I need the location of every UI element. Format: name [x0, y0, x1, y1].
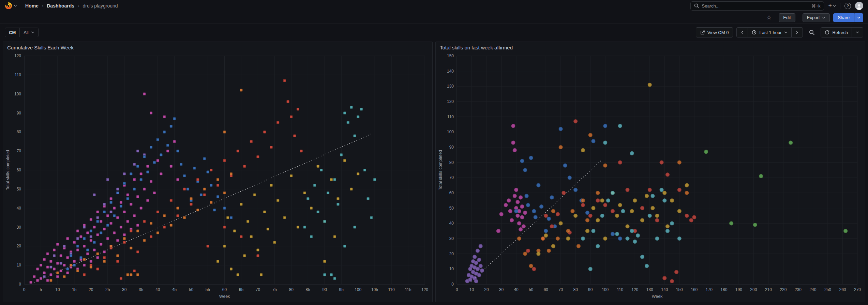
svg-text:30: 30: [122, 287, 127, 292]
view-cm-label: View CM 0: [707, 30, 729, 35]
svg-text:140: 140: [447, 69, 454, 74]
org-switcher[interactable]: [5, 2, 17, 10]
svg-text:85: 85: [306, 287, 311, 292]
svg-text:30: 30: [449, 236, 454, 241]
svg-text:70: 70: [17, 149, 21, 153]
breadcrumb-current: dru's playground: [83, 3, 118, 9]
svg-text:230: 230: [795, 287, 802, 292]
chevron-down-icon: [833, 4, 836, 7]
export-button[interactable]: Export: [803, 13, 830, 22]
chevron-down-icon: [822, 16, 825, 19]
add-button[interactable]: +: [828, 3, 836, 9]
refresh-group: Refresh: [821, 27, 863, 37]
dashboard-toolbar: CM All View CM 0 Last 1 hour: [0, 24, 868, 41]
variable-value-label: All: [24, 30, 28, 35]
plus-icon: +: [828, 3, 832, 9]
variable-control-cm: CM All: [5, 28, 39, 37]
zoom-out-icon: [809, 30, 814, 35]
time-range-button[interactable]: Last 1 hour: [748, 28, 791, 37]
svg-text:10: 10: [55, 287, 60, 292]
refresh-interval-button[interactable]: [852, 28, 863, 37]
export-button-label: Export: [807, 15, 820, 20]
svg-text:180: 180: [720, 287, 727, 292]
svg-text:105: 105: [371, 287, 378, 292]
svg-text:Week: Week: [219, 294, 230, 299]
help-button[interactable]: ?: [844, 3, 851, 9]
svg-text:30: 30: [499, 287, 504, 292]
share-button[interactable]: Share: [833, 13, 854, 22]
svg-text:40: 40: [17, 206, 21, 211]
scatter-chart-affirmed[interactable]: 0102030405060708090100110120130140150160…: [437, 51, 864, 302]
svg-text:60: 60: [17, 168, 21, 172]
chevron-down-icon: [784, 31, 788, 34]
svg-text:Week: Week: [652, 294, 663, 299]
panel-title[interactable]: Cumulative Skills Each Week: [3, 42, 432, 51]
breadcrumb-home[interactable]: Home: [25, 3, 39, 9]
svg-text:80: 80: [17, 129, 21, 134]
svg-text:110: 110: [15, 73, 21, 77]
svg-text:60: 60: [543, 287, 548, 292]
clock-icon: [752, 30, 757, 35]
edit-button[interactable]: Edit: [779, 13, 795, 22]
star-button[interactable]: ☆: [766, 14, 772, 21]
time-shift-forward-button[interactable]: [791, 28, 803, 37]
svg-text:220: 220: [780, 287, 787, 292]
chevron-right-icon: [795, 31, 799, 34]
svg-text:20: 20: [484, 287, 489, 292]
actions-divider: [775, 15, 775, 21]
svg-text:5: 5: [40, 287, 42, 292]
svg-text:40: 40: [155, 287, 160, 292]
svg-text:80: 80: [449, 160, 454, 165]
svg-text:20: 20: [449, 251, 454, 256]
svg-text:40: 40: [449, 221, 454, 226]
svg-text:50: 50: [449, 206, 454, 211]
svg-text:20: 20: [89, 287, 93, 292]
svg-text:70: 70: [256, 287, 260, 292]
time-range-label: Last 1 hour: [759, 30, 781, 35]
search-box[interactable]: ⌘+k: [690, 1, 824, 11]
top-nav: Home › Dashboards › dru's playground ⌘+k…: [0, 0, 868, 12]
svg-text:150: 150: [447, 54, 454, 58]
scatter-chart-cumulative[interactable]: 0510152025303540455055606570758085909510…: [4, 51, 431, 302]
time-shift-back-button[interactable]: [737, 28, 748, 37]
svg-text:80: 80: [289, 287, 294, 292]
svg-text:200: 200: [750, 287, 757, 292]
external-link-icon: [700, 30, 705, 35]
breadcrumb-dashboards[interactable]: Dashboards: [47, 3, 74, 9]
svg-text:50: 50: [189, 287, 194, 292]
svg-text:35: 35: [139, 287, 144, 292]
svg-text:170: 170: [706, 287, 713, 292]
view-cm-button[interactable]: View CM 0: [696, 27, 733, 37]
svg-text:30: 30: [17, 225, 21, 230]
svg-text:60: 60: [222, 287, 227, 292]
zoom-out-button[interactable]: [806, 27, 817, 37]
refresh-button[interactable]: Refresh: [821, 28, 852, 37]
svg-text:115: 115: [405, 287, 411, 292]
svg-text:40: 40: [514, 287, 519, 292]
svg-text:10: 10: [469, 287, 474, 292]
svg-text:15: 15: [72, 287, 77, 292]
svg-text:120: 120: [631, 287, 638, 292]
chevron-down-icon: [14, 4, 17, 7]
svg-text:270: 270: [854, 287, 861, 292]
svg-text:120: 120: [447, 99, 454, 104]
svg-text:50: 50: [529, 287, 534, 292]
svg-text:80: 80: [573, 287, 578, 292]
svg-text:Total skills completed: Total skills completed: [5, 150, 10, 190]
svg-text:70: 70: [558, 287, 563, 292]
panel-title[interactable]: Total skills on last week affirmed: [436, 42, 865, 51]
user-icon: [856, 3, 863, 10]
svg-text:120: 120: [421, 287, 428, 292]
chevron-down-icon: [31, 31, 34, 34]
refresh-icon: [825, 30, 829, 35]
search-input[interactable]: [702, 3, 809, 9]
search-icon: [694, 3, 699, 8]
svg-text:90: 90: [588, 287, 593, 292]
variable-value-dropdown[interactable]: All: [19, 28, 38, 37]
share-caret-button[interactable]: [854, 13, 863, 22]
breadcrumb-separator: ›: [42, 3, 43, 9]
share-button-label: Share: [838, 15, 850, 20]
breadcrumb: Home › Dashboards › dru's playground: [25, 3, 118, 9]
dashboard-grid: Cumulative Skills Each Week 051015202530…: [0, 41, 868, 305]
avatar[interactable]: [855, 2, 863, 10]
